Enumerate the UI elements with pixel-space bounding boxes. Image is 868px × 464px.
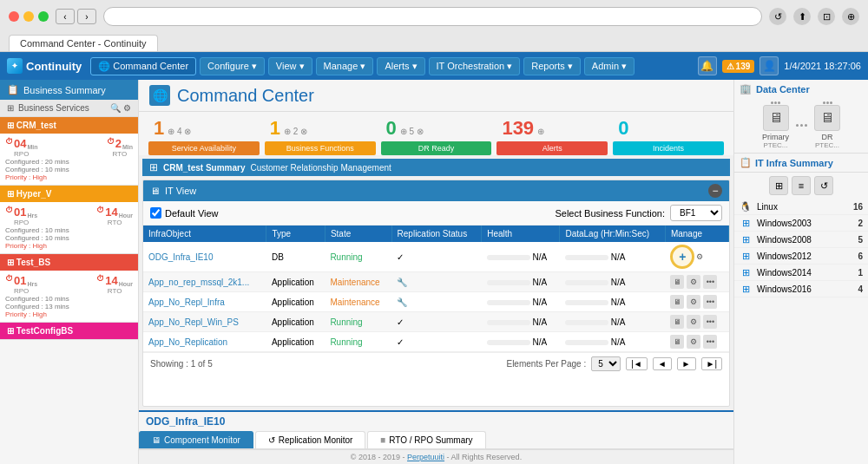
os-count-windows2014: 1 — [858, 268, 863, 278]
more-action-icon[interactable]: ••• — [703, 275, 717, 289]
os-icon-windows2003: ⊞ — [740, 217, 752, 229]
user-profile-button[interactable]: 👤 — [760, 56, 779, 75]
cell-health: N/A — [482, 332, 560, 352]
infra-link[interactable]: App_No_Replication — [148, 337, 227, 347]
browser-tab[interactable]: Command Center - Continuity — [9, 35, 158, 51]
bs-item-testconfig-bs-header[interactable]: ⊞ TestConfigBS — [0, 323, 138, 339]
infra-link[interactable]: App_no_rep_mssql_2k1... — [148, 278, 249, 287]
hyperv-rpo-unit: Hrs — [27, 212, 37, 219]
first-page-button[interactable]: |◄ — [626, 357, 648, 370]
monitor-action-icon[interactable]: 🖥 — [670, 315, 684, 329]
test-bs-label: Test_BS — [16, 258, 50, 267]
server-list-icon[interactable]: ⊞ — [769, 176, 788, 195]
crm-rto-value: 2 — [115, 137, 122, 150]
summary-card-bf[interactable]: 1 ⊕ 2 ⊗ Business Functions — [265, 115, 376, 155]
bs-item-crm-test-header[interactable]: ⊞ CRM_test — [0, 117, 138, 134]
collapse-button[interactable]: − — [708, 184, 722, 198]
business-services-label: Business Services — [18, 103, 89, 113]
gear-action-icon[interactable]: ⚙ — [687, 275, 700, 289]
search-icon[interactable]: 🔍 — [110, 103, 121, 113]
tab-rto-rpo-summary[interactable]: ≡ RTO / RPO Summary — [367, 431, 485, 448]
manage-gear-icon[interactable]: ⚙ — [696, 252, 703, 261]
more-action-icon[interactable]: ••• — [703, 315, 717, 329]
prev-page-button[interactable]: ◄ — [653, 357, 672, 370]
nav-reports[interactable]: Reports ▾ — [523, 57, 581, 75]
table-row: App_No_ReplicationApplicationRunning✓ N/… — [143, 332, 729, 352]
monitor-action-icon[interactable]: 🖥 — [670, 275, 684, 289]
address-bar[interactable] — [103, 7, 762, 26]
minimize-dot[interactable] — [23, 11, 34, 22]
hyperv-rpo-config: Configured : 10 mins — [5, 226, 133, 234]
bf-sub: ⊕ 2 ⊗ — [284, 127, 307, 136]
crm-rpo-config: Configured : 20 mins — [5, 158, 133, 166]
cell-type: Application — [266, 332, 325, 352]
refresh-icon: ↺ — [268, 435, 275, 445]
nav-manage[interactable]: Manage ▾ — [316, 57, 374, 75]
tab-icon[interactable]: ⊡ — [818, 8, 835, 25]
dr-sub: ⊕ 5 ⊗ — [400, 127, 424, 136]
bf-number: 1 — [270, 117, 280, 140]
globe-icon: 🌐 — [153, 88, 168, 102]
nav-admin[interactable]: Admin ▾ — [584, 57, 635, 75]
odg-tabs: 🖥 Component Monitor ↺ Replication Monito… — [139, 431, 733, 449]
tab-replication-monitor[interactable]: ↺ Replication Monitor — [255, 431, 366, 448]
per-page-select[interactable]: 5 — [591, 356, 621, 371]
col-manage: Manage — [665, 225, 728, 242]
nav-it-orchestration[interactable]: IT Orchestration ▾ — [429, 57, 521, 75]
infra-link[interactable]: App_No_Repl_Win_PS — [148, 317, 239, 327]
footer-link[interactable]: Perpetuuiti — [407, 453, 444, 461]
notifications-button[interactable]: 🔔 — [698, 56, 717, 75]
gear-action-icon[interactable]: ⚙ — [687, 315, 700, 329]
cell-type: Application — [266, 272, 325, 292]
browser-chrome: ‹ › ↺ ⬆ ⊡ ⊕ Command Center - Continuity — [0, 0, 868, 52]
bf-dropdown[interactable]: BF1 — [670, 205, 722, 221]
gear-action-icon[interactable]: ⚙ — [687, 335, 700, 349]
odg-infra-section: ODG_Infra_IE10 — [139, 410, 733, 431]
business-services-header: ⊞ Business Services 🔍 ⚙ — [0, 100, 138, 117]
download-icon[interactable]: ⊕ — [842, 8, 859, 25]
infra-link[interactable]: App_No_Repl_Infra — [148, 297, 225, 307]
elements-per-page-label: Elements Per Page : — [506, 359, 586, 369]
refresh-infra-icon[interactable]: ↺ — [814, 176, 833, 195]
share-icon[interactable]: ⬆ — [793, 8, 811, 25]
close-dot[interactable] — [9, 11, 19, 22]
nav-view[interactable]: View ▾ — [268, 57, 312, 75]
testbs-rpo-unit: Hrs — [27, 281, 37, 287]
forward-button[interactable]: › — [77, 9, 96, 24]
gear-action-icon[interactable]: ⚙ — [687, 295, 700, 309]
nav-command-center[interactable]: 🌐 Command Center — [90, 57, 196, 75]
table-icon[interactable]: ≡ — [792, 176, 811, 195]
dr-label: DR — [822, 133, 833, 141]
next-page-button[interactable]: ► — [677, 357, 696, 370]
manage-plus-icon[interactable]: + — [679, 250, 686, 264]
monitor-action-icon[interactable]: 🖥 — [670, 295, 684, 309]
clipboard-icon: 📋 — [740, 157, 752, 168]
dr-bar: DR Ready — [381, 141, 492, 155]
back-button[interactable]: ‹ — [56, 9, 75, 24]
monitor-action-icon[interactable]: 🖥 — [670, 335, 684, 349]
summary-card-incidents[interactable]: 0 Incidents — [613, 115, 724, 155]
summary-card-alerts[interactable]: 139 ⊕ Alerts — [496, 115, 608, 155]
default-view-checkbox[interactable] — [150, 207, 161, 219]
refresh-icon[interactable]: ↺ — [769, 8, 786, 25]
more-action-icon[interactable]: ••• — [703, 335, 717, 349]
default-view-check: Default View — [150, 207, 219, 219]
bs-item-hyper-v-header[interactable]: ⊞ Hyper_V — [0, 186, 138, 202]
crm-rto-config: Configured : 10 mins — [5, 166, 133, 173]
infra-link[interactable]: ODG_Infra_IE10 — [148, 252, 213, 262]
summary-card-sa[interactable]: 1 ⊕ 4 ⊗ Service Availability — [148, 115, 260, 155]
tab-component-monitor[interactable]: 🖥 Component Monitor — [139, 431, 253, 448]
action-icons: 🖥 ⚙ ••• — [670, 275, 723, 289]
nav-alerts[interactable]: Alerts ▾ — [377, 57, 424, 75]
col-replication-status: Replication Status — [391, 225, 482, 242]
last-page-button[interactable]: ►| — [701, 357, 723, 370]
maximize-dot[interactable] — [38, 11, 49, 22]
sa-sub: ⊕ 4 ⊗ — [168, 127, 191, 136]
bs-item-test-bs-header[interactable]: ⊞ Test_BS — [0, 254, 138, 271]
hyperv-rpo-value: 01 — [14, 206, 26, 219]
nav-configure[interactable]: Configure ▾ — [200, 57, 265, 75]
settings-icon[interactable]: ⚙ — [123, 103, 131, 113]
summary-card-dr[interactable]: 0 ⊕ 5 ⊗ DR Ready — [381, 115, 492, 155]
more-action-icon[interactable]: ••• — [703, 295, 717, 309]
table-row: App_No_Repl_Win_PSApplicationRunning✓ N/… — [143, 312, 729, 332]
